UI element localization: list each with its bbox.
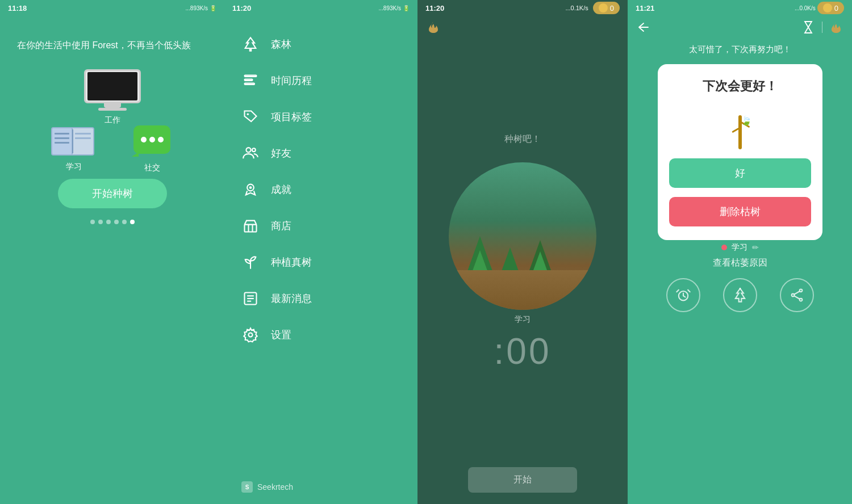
tree-large-2: [529, 240, 552, 272]
coin-badge: 0: [593, 2, 620, 14]
dot-0[interactable]: [90, 220, 95, 224]
menu-item-timeline[interactable]: 时间历程: [224, 64, 417, 98]
menu-label-timeline: 时间历程: [271, 74, 312, 87]
social-label: 社交: [144, 163, 160, 173]
friends-icon: [241, 144, 260, 162]
result-header-center: [801, 20, 843, 34]
network-result: ...0.0K/s: [795, 5, 816, 11]
menu-label-news: 最新消息: [271, 292, 312, 305]
status-bar-timer: 11:20 ...0.1K/s 0: [417, 0, 628, 16]
svg-point-7: [249, 186, 252, 189]
svg-point-15: [249, 333, 253, 337]
battery-home: 🔋: [210, 5, 216, 11]
tag-label: 学习: [732, 242, 747, 253]
chat-icon: [131, 125, 173, 159]
coin-badge-result: 0: [817, 2, 844, 14]
menu-label-plant: 种植真树: [271, 255, 312, 269]
menu-label-shop: 商店: [271, 219, 291, 233]
tag-edit-icon[interactable]: ✏: [752, 243, 759, 252]
coin-count-result: 0: [834, 4, 838, 12]
svg-rect-0: [245, 75, 257, 77]
timer-start-area: 开始: [417, 456, 628, 504]
menu-list: 森林 时间历程 项目标签: [224, 16, 417, 470]
status-icons-menu: ...893K/s 🔋: [379, 5, 410, 11]
timer-tag: 学习: [515, 314, 531, 325]
svg-point-4: [246, 148, 250, 152]
result-tag-row: 学习 ✏: [721, 242, 759, 253]
dot-4[interactable]: [122, 220, 127, 224]
svg-line-21: [794, 291, 799, 294]
menu-item-shop[interactable]: 商店: [224, 209, 417, 243]
book-right: [73, 127, 94, 156]
chat-dot-2: [149, 137, 155, 142]
book-icon: [51, 127, 97, 158]
dead-tree-trunk: 🍃: [738, 115, 742, 149]
menu-item-forest[interactable]: 森林: [224, 27, 417, 61]
home-tagline: 在你的生活中使用 Forest，不再当个低头族: [17, 39, 191, 52]
tag-dot: [721, 245, 727, 250]
status-bar-home: 11:18 ...893K/s 🔋: [0, 0, 224, 16]
hourglass-btn[interactable]: [801, 20, 815, 34]
book-spine: [72, 129, 73, 153]
seekrtech-text: Seekrtech: [257, 482, 293, 492]
menu-label-settings: 设置: [271, 328, 291, 342]
timer-display: :00: [494, 330, 552, 372]
coin-circle-result: [823, 3, 832, 12]
news-icon: [241, 289, 260, 308]
menu-item-news[interactable]: 最新消息: [224, 282, 417, 316]
tags-icon: [241, 108, 260, 126]
timer-header-right: ...0.1K/s 0: [565, 2, 620, 14]
menu-item-achievement[interactable]: 成就: [224, 173, 417, 207]
svg-point-19: [791, 294, 794, 297]
chat-dot-3: [158, 137, 164, 142]
monitor-screen-inner: [87, 72, 137, 100]
menu-item-friends[interactable]: 好友: [224, 136, 417, 170]
menu-label-friends: 好友: [271, 146, 291, 160]
flame-btn[interactable]: [427, 20, 440, 34]
study-label: 学习: [66, 162, 82, 172]
delete-tree-button[interactable]: 删除枯树: [669, 197, 811, 226]
flame-btn-result[interactable]: [829, 20, 843, 34]
monitor-stand: [104, 103, 121, 108]
chat-tail: [132, 152, 139, 157]
time-result: 11:21: [636, 4, 654, 12]
alarm-button[interactable]: [666, 278, 700, 312]
coin-count: 0: [610, 4, 614, 12]
forest-ground: [449, 270, 596, 310]
menu-item-plant[interactable]: 种植真树: [224, 245, 417, 279]
dot-5[interactable]: [130, 220, 135, 224]
network-menu: ...893K/s: [379, 5, 401, 11]
home-content: 在你的生活中使用 Forest，不再当个低头族 工作: [0, 16, 224, 504]
svg-point-17: [739, 288, 740, 289]
forest-button[interactable]: [723, 278, 757, 312]
svg-rect-8: [245, 225, 257, 232]
dot-3[interactable]: [114, 220, 119, 224]
timer-start-button[interactable]: 开始: [468, 467, 577, 493]
book-left: [51, 127, 73, 156]
shop-icon: [241, 217, 260, 235]
svg-point-5: [252, 148, 256, 152]
status-bar-result: 11:21 ...0.0K/s 0: [628, 0, 852, 16]
time-menu: 11:20: [232, 4, 251, 12]
status-icons-result: ...0.0K/s 0: [795, 2, 844, 14]
plant-icon: [241, 253, 260, 271]
timeline-icon: [241, 72, 260, 90]
start-plant-button[interactable]: 开始种树: [58, 179, 167, 208]
coin-circle: [599, 3, 608, 12]
panel-timer: 11:20 ...0.1K/s 0 种树吧！ 学习 :00 开始: [417, 0, 628, 504]
svg-point-20: [799, 299, 802, 301]
menu-item-tags[interactable]: 项目标签: [224, 100, 417, 134]
svg-line-22: [794, 296, 799, 299]
back-button[interactable]: [637, 20, 650, 34]
panel-result: 11:21 ...0.0K/s 0 太可惜了，下次再努力吧！ 下次会更好！: [628, 0, 852, 504]
dot-2[interactable]: [106, 220, 111, 224]
menu-item-settings[interactable]: 设置: [224, 318, 417, 352]
menu-footer: S Seekrtech: [224, 470, 417, 504]
dot-1[interactable]: [98, 220, 103, 224]
home-bottom-row: 学习 社交: [51, 125, 173, 173]
wither-reason-link[interactable]: 查看枯萎原因: [713, 257, 767, 269]
plant-text: 种树吧！: [504, 133, 541, 145]
achievement-icon: [241, 180, 260, 199]
ok-button[interactable]: 好: [669, 158, 811, 188]
share-button[interactable]: [780, 278, 814, 312]
